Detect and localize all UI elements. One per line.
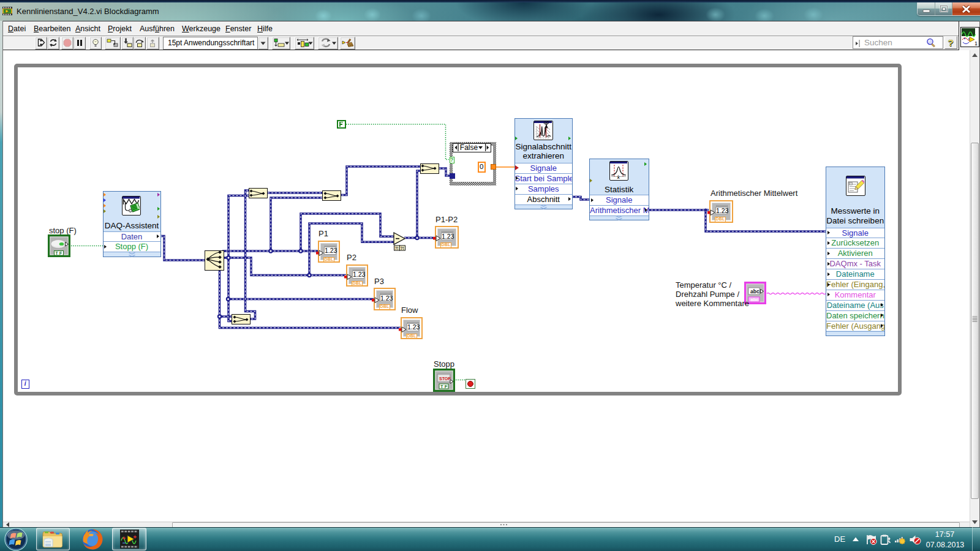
svg-text:STOP: STOP — [439, 376, 451, 380]
svg-text:T F: T F — [440, 384, 448, 389]
svg-text:T F: T F — [55, 250, 62, 256]
svg-text:?!: ?! — [401, 246, 404, 250]
svg-text:?!: ?! — [395, 246, 399, 250]
